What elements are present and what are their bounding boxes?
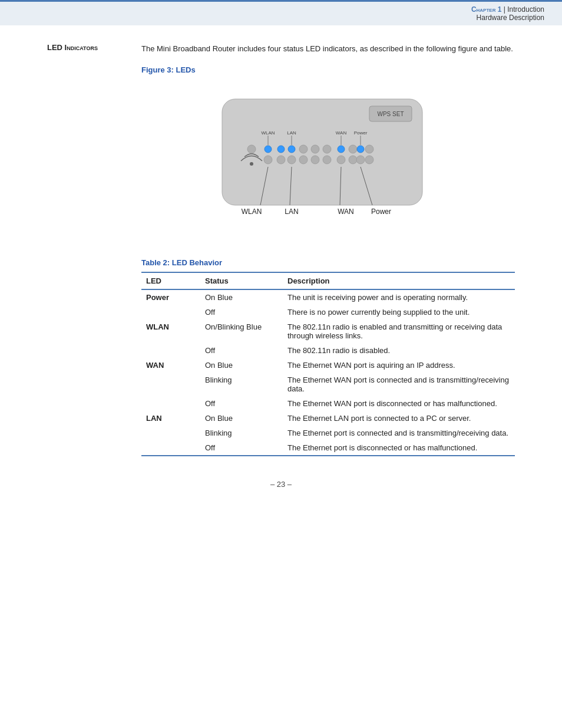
router-svg: WPS SET WLAN LAN WAN Power — [204, 81, 452, 241]
svg-text:WLAN: WLAN — [242, 207, 262, 216]
svg-point-11 — [247, 145, 256, 153]
cell-status: On Blue — [200, 358, 283, 373]
table-label: Table 2: LED Behavior — [141, 258, 515, 267]
cell-status: Off — [200, 440, 283, 456]
page-number: – 23 – — [47, 480, 515, 489]
led-behavior-table: LED Status Description PowerOn BlueThe u… — [141, 272, 515, 456]
cell-led: Power — [141, 289, 200, 305]
svg-point-19 — [349, 145, 357, 153]
svg-point-30 — [349, 156, 357, 164]
figure-label: Figure 3: LEDs — [141, 65, 515, 74]
cell-description: The Ethernet WAN port is disconnected or… — [283, 396, 515, 411]
cell-description: The Ethernet WAN port is aquiring an IP … — [283, 358, 515, 373]
cell-led — [141, 343, 200, 358]
table-row: OffThe Ethernet port is disconnected or … — [141, 440, 515, 456]
table-row: BlinkingThe Ethernet WAN port is connect… — [141, 373, 515, 396]
cell-status: Off — [200, 343, 283, 358]
svg-text:LAN: LAN — [287, 130, 296, 136]
svg-text:Power: Power — [371, 207, 391, 216]
svg-point-17 — [323, 145, 331, 153]
svg-point-14 — [288, 146, 295, 153]
svg-point-31 — [356, 156, 365, 164]
cell-description: There is no power currently being suppli… — [283, 305, 515, 319]
svg-point-28 — [323, 156, 331, 164]
svg-point-25 — [287, 156, 296, 164]
table-row: BlinkingThe Ethernet port is connected a… — [141, 426, 515, 440]
table-row: OffThere is no power currently being sup… — [141, 305, 515, 319]
cell-description: The Ethernet LAN port is connected to a … — [283, 411, 515, 426]
chapter-label: Chapter 1 — [471, 5, 504, 14]
cell-led — [141, 305, 200, 319]
cell-status: On Blue — [200, 411, 283, 426]
cell-status: On/Blinking Blue — [200, 319, 283, 343]
svg-point-27 — [311, 156, 319, 164]
cell-description: The 802.11n radio is enabled and transmi… — [283, 319, 515, 343]
table-header-row: LED Status Description — [141, 272, 515, 289]
cell-status: Off — [200, 305, 283, 319]
cell-led: WAN — [141, 358, 200, 373]
col-header-led: LED — [141, 272, 200, 289]
section-label: LED Indicators — [47, 43, 141, 52]
cell-status: Blinking — [200, 426, 283, 440]
cell-led — [141, 426, 200, 440]
table-row: WLANOn/Blinking BlueThe 802.11n radio is… — [141, 319, 515, 343]
table-row: WANOn BlueThe Ethernet WAN port is aquir… — [141, 358, 515, 373]
cell-status: On Blue — [200, 289, 283, 305]
cell-description: The Ethernet port is disconnected or has… — [283, 440, 515, 456]
svg-text:Power: Power — [354, 130, 368, 136]
cell-status: Blinking — [200, 373, 283, 396]
led-indicators-section: LED Indicators The Mini Broadband Router… — [47, 43, 515, 456]
table-row: OffThe Ethernet WAN port is disconnected… — [141, 396, 515, 411]
svg-point-15 — [299, 145, 308, 153]
cell-led: WLAN — [141, 319, 200, 343]
cell-led — [141, 440, 200, 456]
section-content: The Mini Broadband Router includes four … — [141, 43, 515, 456]
chapter-subtitle: Hardware Description — [18, 14, 544, 22]
svg-point-13 — [277, 146, 285, 153]
intro-text: The Mini Broadband Router includes four … — [141, 43, 515, 55]
svg-point-20 — [357, 146, 364, 153]
svg-text:WAN: WAN — [338, 207, 354, 216]
cell-led — [141, 373, 200, 396]
svg-point-23 — [264, 156, 272, 164]
svg-text:WAN: WAN — [336, 130, 347, 136]
table-row: LANOn BlueThe Ethernet LAN port is conne… — [141, 411, 515, 426]
svg-text:WPS SET: WPS SET — [377, 111, 404, 117]
chapter-title: Introduction — [507, 5, 544, 14]
cell-led — [141, 396, 200, 411]
table-row: OffThe 802.11n radio is disabled. — [141, 343, 515, 358]
svg-point-24 — [277, 156, 285, 164]
svg-point-26 — [299, 156, 308, 164]
svg-point-32 — [365, 156, 373, 164]
cell-description: The unit is receiving power and is opera… — [283, 289, 515, 305]
svg-point-22 — [250, 162, 253, 166]
col-header-description: Description — [283, 272, 515, 289]
cell-status: Off — [200, 396, 283, 411]
svg-text:LAN: LAN — [285, 207, 298, 216]
svg-point-16 — [311, 145, 319, 153]
svg-point-21 — [365, 145, 373, 153]
cell-description: The Ethernet WAN port is connected and i… — [283, 373, 515, 396]
header-bar: Chapter 1 | Introduction Hardware Descri… — [0, 0, 562, 25]
col-header-status: Status — [200, 272, 283, 289]
svg-text:WLAN: WLAN — [261, 130, 275, 136]
router-figure: WPS SET WLAN LAN WAN Power — [141, 81, 515, 241]
cell-description: The 802.11n radio is disabled. — [283, 343, 515, 358]
svg-point-12 — [265, 146, 272, 153]
table-row: PowerOn BlueThe unit is receiving power … — [141, 289, 515, 305]
cell-description: The Ethernet port is connected and is tr… — [283, 426, 515, 440]
svg-point-29 — [337, 156, 345, 164]
svg-point-18 — [338, 146, 345, 153]
main-content: LED Indicators The Mini Broadband Router… — [0, 25, 562, 524]
cell-led: LAN — [141, 411, 200, 426]
